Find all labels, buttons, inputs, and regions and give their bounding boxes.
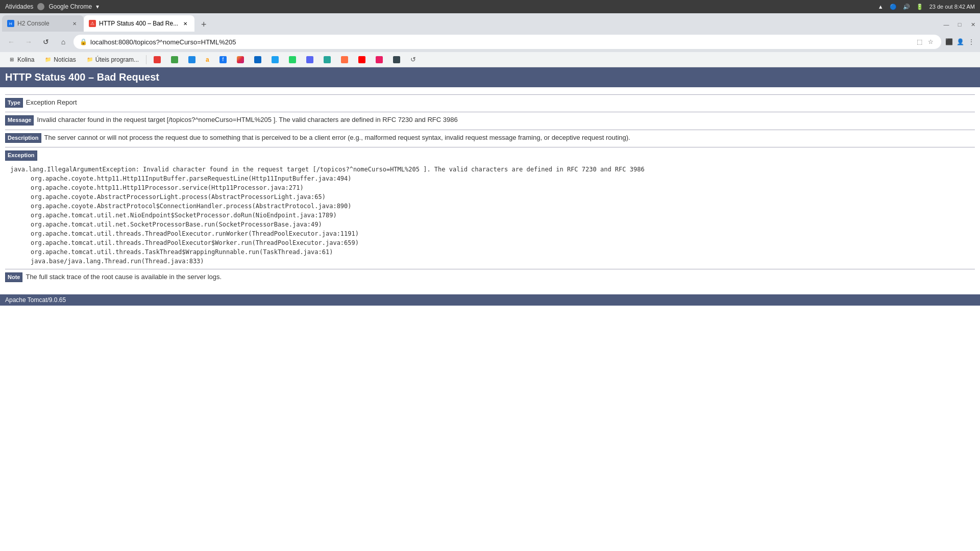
- os-bar: Atividades Google Chrome ▾ ▲ 🔵 🔊 🔋 23 de…: [0, 0, 980, 13]
- message-value: Invalid character found in the request t…: [37, 115, 457, 124]
- tab-close-h2[interactable]: ✕: [70, 19, 79, 28]
- tab-favicon-error: ⚠: [89, 20, 96, 27]
- profile-icon[interactable]: 👤: [955, 37, 965, 46]
- note-label: Note: [5, 272, 22, 282]
- stack-line-4: org.apache.coyote.AbstractProtocol$Conne…: [31, 202, 975, 211]
- bookmark-site-amazon[interactable]: a: [202, 55, 213, 64]
- note-value: The full stack trace of the root cause i…: [26, 272, 222, 282]
- footer-bar: Apache Tomcat/9.0.65: [0, 294, 980, 306]
- tab-error-page[interactable]: ⚠ HTTP Status 400 – Bad Re... ✕: [84, 15, 194, 32]
- stack-line-1: org.apache.coyote.http11.Http11InputBuff…: [31, 174, 975, 183]
- tab-close-error[interactable]: ✕: [181, 19, 189, 28]
- bookmark-site-pink[interactable]: [372, 55, 387, 64]
- bookmark-site-orange[interactable]: [337, 55, 352, 64]
- bookmark-uteis[interactable]: 📁 Úteis program...: [82, 55, 143, 64]
- type-row: Type Exception Report: [5, 98, 975, 108]
- stack-line-10: java.base/java.lang.Thread.run(Thread.ja…: [31, 257, 975, 266]
- tab-h2-console[interactable]: H H2 Console ✕: [2, 15, 84, 32]
- cast-icon[interactable]: ⬚: [915, 37, 924, 46]
- bookmark-star-icon[interactable]: ☆: [926, 37, 935, 46]
- bookmark-pink-icon: [376, 56, 383, 63]
- bookmark-noticias-label: Notícias: [54, 56, 76, 63]
- error-title-bar: HTTP Status 400 – Bad Request: [0, 67, 980, 87]
- bookmark-noticias-icon: 📁: [44, 56, 52, 63]
- bookmark-yt-icon: [358, 56, 365, 63]
- page-content: HTTP Status 400 – Bad Request Type Excep…: [0, 67, 980, 306]
- bookmark-green-icon: [324, 56, 331, 63]
- bookmark-separator: [146, 55, 146, 64]
- bookmark-site-refresh[interactable]: ↺: [406, 55, 420, 64]
- bookmark-site-discord[interactable]: [302, 55, 317, 64]
- bookmark-refresh-icon: ↺: [410, 56, 416, 63]
- bookmark-site-dark[interactable]: [389, 55, 404, 64]
- forward-button[interactable]: →: [21, 35, 36, 49]
- stack-line-6: org.apache.tomcat.util.net.SocketProcess…: [31, 220, 975, 229]
- bookmark-li-icon: [254, 56, 261, 63]
- bookmark-site-ig[interactable]: [233, 55, 248, 64]
- bookmark-fb-icon: f: [219, 56, 227, 63]
- bluetooth-icon: 🔵: [890, 4, 897, 10]
- activities-label[interactable]: Atividades: [5, 3, 33, 10]
- description-value: The server cannot or will not process th…: [44, 133, 630, 142]
- stack-line-2: org.apache.coyote.http11.Http11Processor…: [31, 183, 975, 192]
- message-row: Message Invalid character found in the r…: [5, 115, 975, 125]
- url-text: localhost:8080/topicos?^nomeCurso=HTML%2…: [90, 38, 912, 46]
- bookmark-noticias[interactable]: 📁 Notícias: [40, 55, 80, 64]
- bookmark-site-1[interactable]: [150, 55, 165, 64]
- type-value: Exception Report: [26, 98, 77, 107]
- battery-icon: 🔋: [916, 4, 923, 10]
- bookmark-kolina-label: Kolina: [17, 56, 34, 63]
- close-window-button[interactable]: ✕: [968, 19, 978, 30]
- divider-top: [5, 94, 975, 95]
- bookmark-site-tw[interactable]: [267, 55, 283, 64]
- back-button[interactable]: ←: [4, 35, 18, 49]
- datetime: 23 de out 8:42 AM: [929, 4, 975, 10]
- description-row: Description The server cannot or will no…: [5, 133, 975, 143]
- bookmark-site-1-icon: [154, 56, 161, 63]
- bookmark-ig-icon: [237, 56, 244, 63]
- volume-icon: 🔊: [903, 4, 910, 10]
- bookmark-dark-icon: [393, 56, 400, 63]
- bookmark-site-3-icon: [188, 56, 195, 63]
- maximize-button[interactable]: □: [954, 19, 965, 30]
- browser-label[interactable]: Google Chrome: [48, 3, 92, 10]
- divider-4: [5, 269, 975, 269]
- error-body: Type Exception Report Message Invalid ch…: [0, 87, 980, 290]
- divider-1: [5, 112, 975, 112]
- description-label: Description: [5, 133, 41, 143]
- stack-line-7: org.apache.tomcat.util.threads.ThreadPoo…: [31, 229, 975, 238]
- page-title: HTTP Status 400 – Bad Request: [5, 71, 159, 83]
- bookmark-site-green[interactable]: [320, 55, 335, 64]
- bookmark-site-2-icon: [171, 56, 178, 63]
- tab-title-h2: H2 Console: [17, 20, 67, 27]
- exception-row: Exception: [5, 151, 975, 160]
- dropdown-arrow: ▾: [96, 3, 99, 10]
- bookmark-discord-icon: [306, 56, 313, 63]
- exception-label: Exception: [5, 151, 37, 160]
- stack-line-3: org.apache.coyote.AbstractProcessorLight…: [31, 192, 975, 202]
- lock-icon: 🔒: [80, 38, 87, 45]
- bookmark-site-yt[interactable]: [354, 55, 370, 64]
- bookmark-kolina-icon: ⊞: [8, 56, 15, 63]
- bookmark-site-3[interactable]: [184, 55, 200, 64]
- minimize-button[interactable]: —: [941, 19, 951, 30]
- stack-line-8: org.apache.tomcat.util.threads.ThreadPoo…: [31, 238, 975, 247]
- new-tab-button[interactable]: +: [197, 17, 211, 32]
- note-row: Note The full stack trace of the root ca…: [5, 272, 975, 282]
- bookmark-site-li[interactable]: [250, 55, 265, 64]
- extensions-icon[interactable]: ⬛: [944, 37, 953, 46]
- bookmark-site-2[interactable]: [167, 55, 182, 64]
- stack-line-5: org.apache.tomcat.util.net.NioEndpoint$S…: [31, 211, 975, 220]
- bookmark-tw-icon: [272, 56, 279, 63]
- url-bar[interactable]: 🔒 localhost:8080/topicos?^nomeCurso=HTML…: [74, 35, 941, 49]
- divider-3: [5, 147, 975, 147]
- bookmark-kolina[interactable]: ⊞ Kolina: [4, 55, 38, 64]
- bookmark-site-fb[interactable]: f: [215, 55, 231, 64]
- reload-button[interactable]: ↺: [39, 35, 53, 49]
- bookmark-site-wa[interactable]: [285, 55, 300, 64]
- footer-text: Apache Tomcat/9.0.65: [5, 296, 66, 304]
- menu-button[interactable]: ⋮: [967, 37, 976, 46]
- home-button[interactable]: ⌂: [56, 35, 70, 49]
- type-label: Type: [5, 98, 23, 108]
- bookmark-orange-icon: [341, 56, 348, 63]
